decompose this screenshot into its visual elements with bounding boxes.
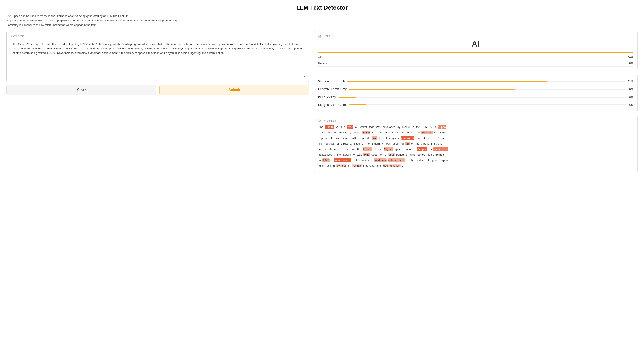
word-the2: the [416, 125, 420, 129]
word-only: only [364, 153, 370, 156]
bar-length-variation [349, 104, 366, 105]
result-icon: 📊 [318, 34, 321, 37]
right-panel: 📊 Result AI AI 100% Human 0% [314, 31, 638, 172]
result-card: 📊 Result AI AI 100% Human 0% [314, 31, 638, 70]
word-saturn: Saturn [325, 125, 334, 129]
word-mos: mos [440, 131, 446, 134]
left-panel: Text to score The Saturn V is a type of … [6, 31, 310, 95]
word-history: history [416, 158, 425, 162]
human-pct: 0% [629, 61, 633, 65]
word-before: before [417, 153, 426, 156]
word-rocket1: rocket [359, 125, 367, 129]
word-type: type [347, 125, 354, 129]
word-as2: as [352, 147, 356, 151]
clear-button[interactable]: Clear [6, 85, 156, 95]
word-by1: by [397, 125, 401, 129]
metric-row-1: Length Normality 60% [318, 85, 633, 93]
perplexities-text: The Saturn V is a type of rocket that wa… [318, 124, 633, 169]
word-for2: for [379, 153, 383, 156]
word-the5: the [434, 131, 438, 134]
perplexities-card-header: 📈 Perplexities [318, 119, 633, 122]
description: This Space can be used to measure the li… [6, 14, 638, 27]
word-remains2: remains [358, 158, 369, 162]
word-dash: - [382, 136, 384, 140]
word-determination: determination [382, 164, 400, 167]
word-despite: Despite [417, 147, 427, 151]
word-achievement: achievement [388, 158, 405, 162]
word-in1: in [412, 125, 414, 129]
word-period: period [396, 153, 404, 156]
word-ever: ever [343, 136, 349, 140]
word-1960: 1960 [422, 125, 429, 129]
word-thrust: thrust [340, 142, 348, 145]
ai-pct: 100% [626, 56, 633, 59]
word-brief: brief [388, 153, 394, 156]
word-of3: of [411, 142, 414, 145]
ai-bar [318, 52, 633, 53]
human-metric-labels: Human 0% [318, 61, 633, 65]
metric-row-2: Perplexity 6% [318, 93, 633, 101]
word-of1: of [355, 125, 358, 129]
word-it1: It [418, 131, 420, 134]
word-1: 1 [385, 136, 388, 140]
word-capabilities: capabilities [318, 153, 332, 156]
word-mi: mi [441, 136, 445, 140]
word-nevertheless: Nevertheless [334, 158, 351, 162]
word-powerful: powerful [321, 136, 332, 140]
word-program: program [338, 131, 348, 134]
word-saturn2: Saturn [371, 142, 380, 145]
word-7: 7 [431, 136, 434, 140]
word-f: F [378, 136, 381, 140]
word-support: suppo [438, 125, 446, 129]
word-apollo1: Apollo [328, 131, 336, 134]
bar-sentence-length [348, 81, 547, 82]
text-input[interactable]: The Saturn V is a type of rocket that wa… [10, 39, 306, 77]
word-ingenuity: ingenuity [363, 164, 375, 167]
word-t: t [318, 136, 320, 140]
word-pounds: pounds [325, 142, 335, 145]
word-humans: humans [383, 131, 394, 134]
word-comma3: , [337, 147, 339, 151]
word-human: human [352, 164, 362, 167]
word-dot6: . [402, 164, 404, 167]
input-label: Text to score [10, 34, 306, 37]
word-engines: engines [389, 136, 399, 140]
word-of4: of [374, 147, 376, 151]
word-it2: it [355, 158, 358, 162]
metric-row-0: Sentence Length 72% [318, 77, 633, 85]
word-as1: as [340, 147, 344, 151]
word-is: is [340, 125, 342, 129]
button-row: Clear Submit [6, 85, 310, 95]
word-space2: space [430, 158, 439, 162]
metrics-card: Sentence Length 72% Length Normality 60%… [314, 74, 638, 112]
human-bar-track [318, 66, 633, 67]
word-saturn3: Saturn [342, 153, 351, 156]
submit-button[interactable]: Submit [159, 85, 309, 95]
word-impressive: impressive [433, 147, 448, 151]
word-the3: the [322, 131, 326, 134]
word-moon1: Moon [406, 131, 414, 134]
ai-label: AI [318, 56, 321, 59]
word-of2: of [336, 142, 340, 145]
word-dot5: . [331, 158, 332, 162]
word-of6: of [426, 158, 430, 162]
bar-length-normality [349, 89, 515, 90]
word-and3: and [376, 164, 382, 167]
word-built: built [350, 136, 356, 140]
word-remains1: remains [422, 131, 432, 134]
word-landmark: landmark [374, 158, 386, 162]
word-was1: was [375, 125, 381, 129]
word-being: being [427, 153, 434, 156]
result-label: AI [318, 40, 633, 49]
word-comma2: , [358, 136, 359, 140]
word-station: station [404, 147, 413, 151]
word-5: 5 [438, 136, 440, 140]
word-more: more [416, 136, 423, 140]
word-dot3: . [362, 142, 364, 145]
word-comma5: , [352, 158, 354, 162]
word-dot2: . [435, 136, 436, 140]
word-which: which [352, 131, 360, 134]
word-and2: and [326, 164, 332, 167]
word-well: well [345, 147, 350, 151]
word-v3: V [352, 153, 355, 156]
